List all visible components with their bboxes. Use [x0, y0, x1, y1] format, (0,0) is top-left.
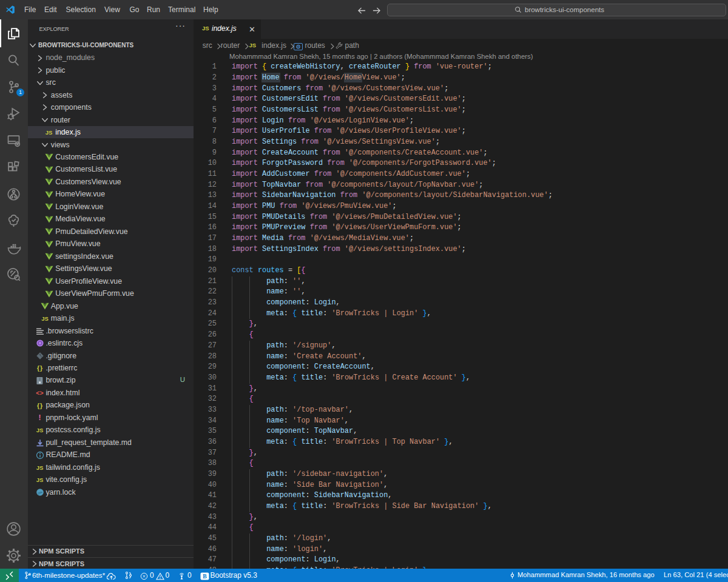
svg-text:B: B — [203, 572, 207, 579]
